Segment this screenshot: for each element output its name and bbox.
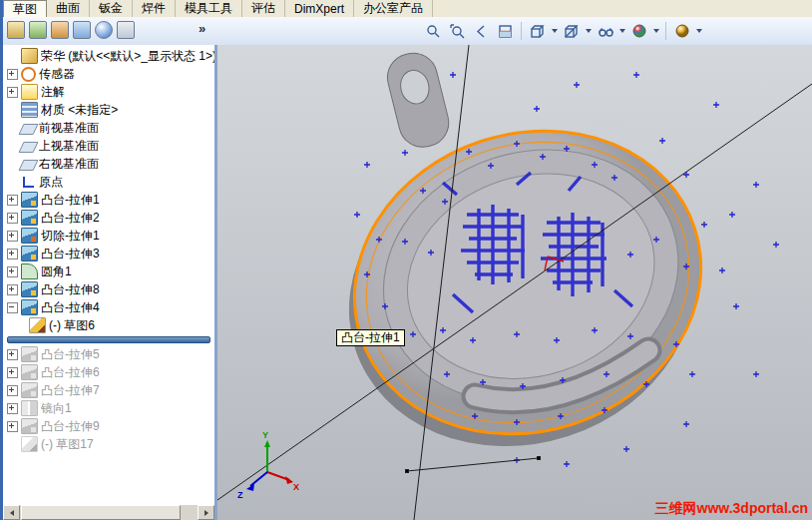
scrollbar-thumb[interactable] xyxy=(21,505,181,520)
viewport-3d[interactable]: X Y Z xyxy=(217,45,812,520)
expand-icon[interactable] xyxy=(7,195,18,206)
watermark: 三维网www.3dportal.cn xyxy=(655,500,809,518)
dimxpertmanager-tab-icon[interactable] xyxy=(73,21,91,39)
scroll-left-arrow-icon xyxy=(10,510,14,516)
tree-horizontal-scrollbar[interactable] xyxy=(3,504,214,520)
tab-office-products[interactable]: 办公室产品 xyxy=(354,0,433,17)
part-icon xyxy=(21,48,38,64)
scroll-left-button[interactable] xyxy=(3,505,20,520)
hide-show-items-icon[interactable] xyxy=(595,20,616,42)
boss-extrude-icon xyxy=(21,210,38,226)
boss-extrude-icon xyxy=(21,299,38,315)
expand-icon[interactable] xyxy=(7,385,18,396)
tree-item-boss-extrude7[interactable]: 凸台-拉伸7 xyxy=(3,381,214,399)
collapse-icon[interactable] xyxy=(7,302,18,313)
tab-dimxpert[interactable]: DimXpert xyxy=(285,0,354,17)
previous-view-icon[interactable] xyxy=(470,20,492,42)
plane-icon xyxy=(18,160,38,171)
expand-icon[interactable] xyxy=(7,266,18,277)
tree-item-right-plane[interactable]: 右视基准面 xyxy=(3,155,214,173)
zoom-fit-icon[interactable] xyxy=(422,20,444,42)
expand-icon[interactable] xyxy=(7,284,18,295)
boss-extrude-icon xyxy=(21,281,38,297)
tree-item-boss-extrude5[interactable]: 凸台-拉伸5 xyxy=(3,345,214,363)
tree-item-boss-extrude3[interactable]: 凸台-拉伸3 xyxy=(3,245,214,262)
fillet-icon xyxy=(21,263,38,279)
zoom-area-icon[interactable] xyxy=(446,20,468,42)
sketch-icon xyxy=(21,436,38,452)
tree-item-mirror1[interactable]: 镜向1 xyxy=(3,399,214,417)
tab-sketch[interactable]: 草图 xyxy=(3,0,47,17)
tree-item-boss-extrude4[interactable]: 凸台-拉伸4 xyxy=(3,298,214,316)
expand-icon[interactable] xyxy=(7,249,18,260)
view-orientation-caret-icon[interactable] xyxy=(552,29,558,33)
toolbar-separator xyxy=(521,22,522,40)
boss-extrude-icon xyxy=(21,382,38,398)
expand-icon[interactable] xyxy=(7,231,18,242)
tree-item-material[interactable]: 材质 <未指定> xyxy=(3,101,214,119)
expand-icon[interactable] xyxy=(7,403,18,414)
tab-surfaces[interactable]: 曲面 xyxy=(47,0,90,17)
display-style-caret-icon[interactable] xyxy=(586,29,592,33)
section-view-icon[interactable] xyxy=(494,20,516,42)
tree-item-sensors[interactable]: 传感器 xyxy=(3,65,214,83)
expand-icon[interactable] xyxy=(7,349,18,360)
configurationmanager-tab-icon[interactable] xyxy=(51,21,69,39)
expand-icon[interactable] xyxy=(7,87,18,98)
panel-overflow-chevron[interactable]: » xyxy=(199,21,205,36)
tab-sheet-metal[interactable]: 钣金 xyxy=(90,0,133,17)
edit-appearance-caret-icon[interactable] xyxy=(653,29,659,33)
display-style-icon[interactable] xyxy=(561,20,583,42)
expand-icon[interactable] xyxy=(7,367,18,378)
propertymanager-tab-icon[interactable] xyxy=(29,21,47,39)
sketch-icon xyxy=(29,317,46,333)
tree-item-cut-extrude1[interactable]: 切除-拉伸1 xyxy=(3,227,214,245)
heads-up-view-toolbar xyxy=(422,20,703,42)
tab-evaluate[interactable]: 评估 xyxy=(242,0,285,17)
edit-appearance-icon[interactable] xyxy=(628,20,650,42)
tree-item-sketch6[interactable]: (-) 草图6 xyxy=(3,316,214,334)
featuremanager-tab-icon[interactable] xyxy=(7,21,25,39)
panel-tab-strip xyxy=(7,21,135,39)
cut-extrude-icon xyxy=(21,228,38,244)
boss-extrude-icon xyxy=(21,246,38,261)
tree-item-fillet1[interactable]: 圆角1 xyxy=(3,262,214,280)
tree-item-boss-extrude8[interactable]: 凸台-拉伸8 xyxy=(3,280,214,298)
tree-item-annotations[interactable]: 注解 xyxy=(3,83,214,101)
scroll-right-arrow-icon xyxy=(204,510,208,516)
tree-item-front-plane[interactable]: 前视基准面 xyxy=(3,119,214,137)
addins-tab-icon[interactable] xyxy=(117,21,135,39)
triad-y-label: Y xyxy=(262,430,268,440)
tree-root-part[interactable]: 荣华 (默认<<默认>_显示状态 1>) xyxy=(3,47,214,65)
view-orientation-icon[interactable] xyxy=(527,20,549,42)
tree-item-boss-extrude2[interactable]: 凸台-拉伸2 xyxy=(3,209,214,227)
annotations-icon xyxy=(21,84,38,100)
plane-icon xyxy=(18,124,38,135)
tree-item-boss-extrude1[interactable]: 凸台-拉伸1 xyxy=(3,191,214,209)
expand-icon[interactable] xyxy=(7,213,18,224)
material-icon xyxy=(21,102,38,118)
tree-item-boss-extrude6[interactable]: 凸台-拉伸6 xyxy=(3,363,214,381)
displaymanager-tab-icon[interactable] xyxy=(95,21,113,39)
tab-weldments[interactable]: 焊件 xyxy=(133,0,176,17)
commandmanager-tab-bar: 草图 曲面 钣金 焊件 模具工具 评估 DimXpert 办公室产品 xyxy=(3,0,812,18)
tree-item-boss-extrude9[interactable]: 凸台-拉伸9 xyxy=(3,417,214,435)
expand-icon[interactable] xyxy=(7,69,18,80)
boss-extrude-icon xyxy=(21,192,38,208)
rollback-bar[interactable] xyxy=(7,336,210,343)
apply-scene-caret-icon[interactable] xyxy=(696,29,702,33)
hover-tooltip: 凸台-拉伸1 xyxy=(336,329,405,346)
boss-extrude-icon xyxy=(21,364,38,380)
scroll-right-button[interactable] xyxy=(198,505,214,520)
tab-mold-tools[interactable]: 模具工具 xyxy=(176,0,242,17)
apply-scene-icon[interactable] xyxy=(671,20,693,42)
tree-item-sketch17[interactable]: (-) 草图17 xyxy=(3,435,214,453)
tree-item-origin[interactable]: 原点 xyxy=(3,173,214,191)
feature-tree: 荣华 (默认<<默认>_显示状态 1>) 传感器 注解 材质 <未指定> 前视基… xyxy=(3,47,214,505)
tree-item-top-plane[interactable]: 上视基准面 xyxy=(3,137,214,155)
hide-show-caret-icon[interactable] xyxy=(619,29,625,33)
plane-icon xyxy=(18,142,38,153)
expand-icon[interactable] xyxy=(7,421,18,432)
mirror-icon xyxy=(21,400,38,416)
origin-icon xyxy=(21,175,36,189)
